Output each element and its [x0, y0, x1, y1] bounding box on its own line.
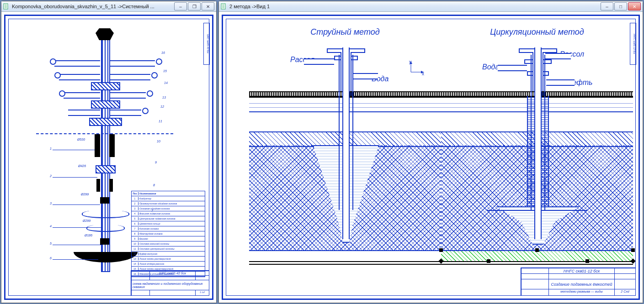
- close-icon: ✕: [206, 4, 210, 9]
- tb1-sheet: 1 cxf: [195, 290, 209, 295]
- callout-10: 10: [157, 140, 160, 143]
- parts-row: 6Цементное кольцо: [132, 221, 205, 226]
- cad-doc-icon: [3, 3, 10, 10]
- drawing1-viewport[interactable]: ШКС скв01-42 бск: [1, 12, 216, 303]
- parts-row: 2Промежуточная обсадная колонна: [132, 201, 205, 206]
- tb2-sheet: 2 Cxd: [614, 289, 635, 295]
- callout-3: 3: [50, 202, 52, 205]
- restore-icon: ❐: [192, 4, 197, 9]
- close-button[interactable]: ✕: [628, 2, 641, 10]
- restore-button[interactable]: ❐: [188, 2, 201, 10]
- parts-hdr-name: Наименование: [138, 192, 205, 195]
- minimize-button[interactable]: –: [601, 2, 613, 10]
- dim-d299b: Ø299: [83, 219, 90, 222]
- callout-4: 4: [50, 225, 52, 228]
- drawing2-viewport[interactable]: ННГС скв01-12 бск Струйный метод Рассол …: [219, 12, 643, 303]
- dim-d426: Ø426: [78, 164, 86, 168]
- parts-row: 10Оголовок внешней колонны: [132, 241, 205, 246]
- parts-row: 14Линия отбора рассола: [132, 262, 205, 267]
- cad-doc-icon: [221, 3, 227, 10]
- method2-title: Циркуляционный метод: [441, 27, 633, 37]
- parts-row: 13Линия подачи растворителя: [132, 257, 205, 262]
- minimize-button[interactable]: –: [174, 2, 187, 10]
- callout-15: 15: [163, 69, 167, 73]
- dim-d186: Ø186: [85, 234, 92, 237]
- dim-d530: Ø530: [77, 138, 85, 141]
- parts-row: 9Башмак: [132, 236, 205, 241]
- label-water-2: Вода: [482, 63, 499, 71]
- parts-row: 8Межтрубная головка: [132, 231, 205, 236]
- method-jet: Струйный метод Рассол Вода y x: [249, 27, 441, 265]
- parts-row: 7Колонная головка: [132, 226, 205, 231]
- method-circulation: Циркуляционный метод Рассол Вода Нефть: [441, 27, 633, 265]
- callout-6: 6: [50, 257, 52, 260]
- titlebar-2[interactable]: 2 метода ->Вид 1 – □ ✕: [219, 1, 643, 12]
- callout-14: 14: [164, 81, 168, 84]
- callout-8: 8: [153, 183, 155, 187]
- close-icon: ✕: [633, 4, 636, 9]
- parts-row: 1Кондуктор: [132, 196, 205, 201]
- parts-row: 12Буфер-заглушка: [132, 252, 205, 257]
- titlebar-1[interactable]: Komponovka_oborudovania_skvazhin_v_5_11 …: [1, 1, 216, 12]
- parts-row: 3Основная обсадная колонна: [132, 206, 205, 211]
- parts-row: 4Внешняя подвесная колонна: [132, 211, 205, 216]
- tb2-line2: методами размыва — виды: [548, 289, 614, 295]
- minimize-icon: –: [606, 4, 608, 9]
- window-komponovka: Komponovka_oborudovania_skvazhin_v_5_11 …: [1, 1, 217, 303]
- window1-title: Komponovka_oborudovania_skvazhin_v_5_11 …: [12, 4, 174, 9]
- maximize-button[interactable]: □: [614, 2, 627, 10]
- callout-12: 12: [160, 105, 164, 108]
- method1-title: Струйный метод: [249, 27, 441, 37]
- tb1-title: схема надземного и подземного оборудован…: [131, 280, 209, 290]
- axis-icon: [408, 59, 426, 75]
- drawing2-frame: ННГС скв01-12 бск Струйный метод Рассол …: [222, 15, 640, 300]
- parts-row: 5Центральная подвесная колонна: [132, 216, 205, 221]
- callout-9: 9: [155, 161, 157, 164]
- dim-d299: Ø299: [81, 193, 89, 196]
- callout-16: 16: [161, 51, 165, 54]
- minimize-icon: –: [179, 4, 182, 9]
- callout-5: 5: [50, 242, 52, 245]
- window-2metoda: 2 метода ->Вид 1 – □ ✕ ННГС скв01-12 бск…: [218, 1, 643, 303]
- tb2-line1: Создание подземных ёмкостей: [551, 282, 612, 287]
- parts-row: 11Оголовок центральной колонны: [132, 246, 205, 252]
- titleblock-1: ШКС скв01-42 бск схема надземного и подз…: [131, 270, 209, 295]
- callout-11: 11: [159, 120, 162, 123]
- tb1-code: ШКС скв01-42 бск: [149, 271, 195, 275]
- maximize-icon: □: [619, 4, 622, 9]
- callout-2: 2: [50, 174, 52, 178]
- window2-title: 2 метода ->Вид 1: [229, 4, 601, 9]
- parts-hdr-n: Поз: [132, 192, 138, 195]
- callout-1: 1: [50, 147, 52, 150]
- close-button[interactable]: ✕: [202, 2, 214, 10]
- callout-13: 13: [162, 96, 166, 99]
- drawing1-frame: ШКС скв01-42 бск: [4, 15, 213, 300]
- tb2-code: ННГС скв01-12 бск: [548, 268, 614, 273]
- titleblock-2: ННГС скв01-12 бск Создание подземных ёмк…: [521, 267, 635, 295]
- parts-table: ПозНаименование 1Кондуктор2Промежуточная…: [131, 191, 205, 277]
